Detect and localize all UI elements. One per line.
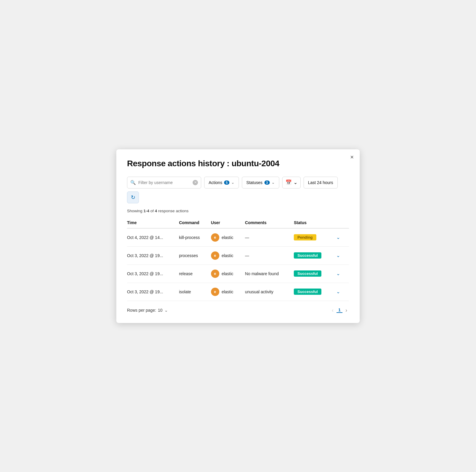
cell-comments: unusual activity	[245, 283, 294, 301]
username-filter-wrap: 🔍 ✕	[127, 177, 201, 189]
cell-expand: ⌄	[334, 246, 349, 264]
cell-status: Successful	[294, 283, 334, 301]
cell-user: e elastic	[211, 283, 245, 301]
user-avatar: e	[211, 288, 219, 296]
rows-per-page-value: 10	[158, 308, 163, 313]
statuses-chevron-icon: ⌄	[272, 180, 275, 185]
cell-time: Oct 3, 2022 @ 19...	[127, 283, 179, 301]
expand-row-button[interactable]: ⌄	[334, 288, 342, 295]
current-page-number[interactable]: 1	[337, 308, 342, 313]
user-avatar: e	[211, 233, 219, 242]
actions-badge: 5	[224, 180, 229, 185]
table-row: Oct 4, 2022 @ 14... kill-process e elast…	[127, 228, 349, 247]
table-row: Oct 3, 2022 @ 19... release e elastic No…	[127, 264, 349, 283]
calendar-chevron-icon: ⌄	[293, 180, 297, 185]
cell-command: kill-process	[179, 228, 211, 247]
cell-time: Oct 3, 2022 @ 19...	[127, 246, 179, 264]
expand-row-button[interactable]: ⌄	[334, 252, 342, 259]
expand-row-button[interactable]: ⌄	[334, 270, 342, 277]
refresh-button[interactable]: ↻	[127, 191, 139, 203]
actions-chevron-icon: ⌄	[231, 180, 234, 185]
rows-per-page-selector[interactable]: Rows per page: 10 ⌄	[127, 308, 168, 313]
cell-expand: ⌄	[334, 283, 349, 301]
calendar-icon-wrap[interactable]: 📅 ⌄	[282, 177, 301, 189]
prev-page-button[interactable]: ‹	[330, 307, 335, 313]
pagination-row: Rows per page: 10 ⌄ ‹ 1 ›	[127, 307, 349, 313]
col-user: User	[211, 217, 245, 228]
user-name: elastic	[222, 289, 234, 294]
col-expand	[334, 217, 349, 228]
username-filter-input[interactable]	[138, 180, 190, 185]
calendar-icon: 📅	[285, 179, 292, 186]
showing-prefix: Showing	[127, 209, 144, 213]
showing-summary: Showing 1-4 of 4 response actions	[127, 209, 349, 213]
cell-command: processes	[179, 246, 211, 264]
table-row: Oct 3, 2022 @ 19... processes e elastic …	[127, 246, 349, 264]
rows-per-page-label: Rows per page:	[127, 308, 156, 313]
table-wrap: Time Command User Comments Status Oct 4,…	[127, 217, 349, 301]
showing-middle: of	[149, 209, 155, 213]
cell-status: Pending	[294, 228, 334, 247]
status-badge: Pending	[294, 234, 316, 240]
cell-command: release	[179, 264, 211, 283]
page-controls: ‹ 1 ›	[330, 307, 349, 313]
showing-range: 1-4	[144, 209, 150, 213]
cell-expand: ⌄	[334, 264, 349, 283]
search-icon: 🔍	[130, 180, 136, 185]
user-name: elastic	[222, 235, 234, 240]
user-name: elastic	[222, 253, 234, 258]
col-time: Time	[127, 217, 179, 228]
response-actions-modal: × Response actions history : ubuntu-2004…	[116, 149, 360, 323]
status-badge: Successful	[294, 289, 321, 295]
cell-comments: —	[245, 228, 294, 247]
col-comments: Comments	[245, 217, 294, 228]
close-button[interactable]: ×	[350, 154, 354, 160]
statuses-badge: 3	[264, 180, 270, 185]
cell-command: isolate	[179, 283, 211, 301]
statuses-label: Statuses	[246, 180, 262, 185]
status-badge: Successful	[294, 270, 321, 277]
clear-filter-button[interactable]: ✕	[193, 180, 198, 185]
date-range-label: Last 24 hours	[308, 180, 333, 185]
cell-user: e elastic	[211, 228, 245, 247]
response-actions-table: Time Command User Comments Status Oct 4,…	[127, 217, 349, 301]
cell-comments: —	[245, 246, 294, 264]
status-badge: Successful	[294, 252, 321, 259]
modal-title: Response actions history : ubuntu-2004	[127, 159, 349, 168]
cell-status: Successful	[294, 246, 334, 264]
user-avatar: e	[211, 270, 219, 278]
statuses-dropdown[interactable]: Statuses 3 ⌄	[242, 177, 279, 189]
actions-dropdown[interactable]: Actions 5 ⌄	[204, 177, 239, 189]
cell-user: e elastic	[211, 246, 245, 264]
actions-label: Actions	[209, 180, 222, 185]
table-row: Oct 3, 2022 @ 19... isolate e elastic un…	[127, 283, 349, 301]
cell-comments: No malware found	[245, 264, 294, 283]
rows-per-page-chevron-icon: ⌄	[164, 308, 168, 313]
expand-row-button[interactable]: ⌄	[334, 234, 342, 241]
cell-time: Oct 4, 2022 @ 14...	[127, 228, 179, 247]
date-range-button[interactable]: Last 24 hours	[304, 177, 338, 189]
showing-suffix: response actions	[157, 209, 188, 213]
user-name: elastic	[222, 271, 234, 276]
cell-user: e elastic	[211, 264, 245, 283]
cell-expand: ⌄	[334, 228, 349, 247]
user-avatar: e	[211, 251, 219, 260]
col-command: Command	[179, 217, 211, 228]
filters-row: 🔍 ✕ Actions 5 ⌄ Statuses 3 ⌄ 📅 ⌄ Last 24…	[127, 177, 349, 203]
col-status: Status	[294, 217, 334, 228]
cell-status: Successful	[294, 264, 334, 283]
refresh-icon: ↻	[131, 194, 135, 201]
next-page-button[interactable]: ›	[344, 307, 349, 313]
table-header-row: Time Command User Comments Status	[127, 217, 349, 228]
cell-time: Oct 3, 2022 @ 19...	[127, 264, 179, 283]
